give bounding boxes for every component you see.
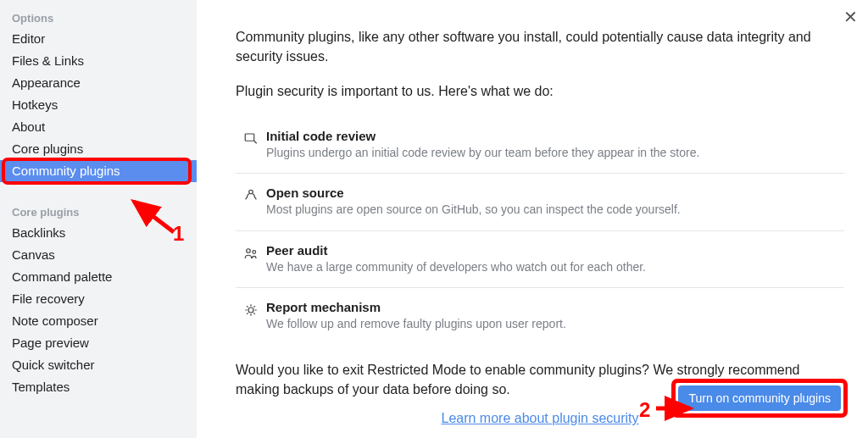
sidebar-item-quick-switcher[interactable]: Quick switcher <box>0 354 197 376</box>
svg-point-2 <box>247 249 251 253</box>
sidebar-item-community-plugins[interactable]: Community plugins <box>0 160 197 182</box>
settings-sidebar: Options Editor Files & Links Appearance … <box>0 0 197 438</box>
sidebar-item-files-links[interactable]: Files & Links <box>0 50 197 72</box>
sidebar-item-label: Backlinks <box>12 225 65 240</box>
sidebar-item-label: Hotkeys <box>12 97 58 112</box>
svg-point-3 <box>253 250 256 253</box>
sidebar-item-appearance[interactable]: Appearance <box>0 72 197 94</box>
turn-on-community-plugins-button[interactable]: Turn on community plugins <box>678 385 841 411</box>
svg-point-4 <box>248 308 253 313</box>
sidebar-item-command-palette[interactable]: Command palette <box>0 266 197 288</box>
close-icon: ✕ <box>843 8 858 26</box>
feature-desc: Most plugins are open source on GitHub, … <box>266 202 844 219</box>
sidebar-item-label: Files & Links <box>12 53 84 68</box>
peer-audit-icon <box>236 243 266 261</box>
svg-point-1 <box>249 190 253 194</box>
sidebar-item-label: Command palette <box>12 269 112 284</box>
sidebar-group-title-core-plugins: Core plugins <box>0 201 197 222</box>
sidebar-item-label: Community plugins <box>12 164 120 178</box>
sidebar-item-label: Note composer <box>12 313 98 328</box>
sidebar-item-note-composer[interactable]: Note composer <box>0 310 197 332</box>
feature-title: Initial code review <box>266 129 844 143</box>
report-icon <box>236 300 266 318</box>
learn-more-link[interactable]: Learn more about plugin security <box>441 411 638 425</box>
sidebar-item-label: Templates <box>12 380 70 394</box>
sidebar-item-templates[interactable]: Templates <box>0 376 197 398</box>
feature-desc: We have a large community of developers … <box>266 259 844 276</box>
sidebar-item-label: File recovery <box>12 291 85 306</box>
sidebar-item-file-recovery[interactable]: File recovery <box>0 288 197 310</box>
sidebar-item-label: Appearance <box>12 75 81 90</box>
feature-row-report: Report mechanism We follow up and remove… <box>236 288 844 345</box>
feature-title: Report mechanism <box>266 300 844 314</box>
settings-content: ✕ Community plugins, like any other soft… <box>197 0 868 438</box>
feature-list: Initial code review Plugins undergo an i… <box>236 117 844 345</box>
sidebar-item-label: Page preview <box>12 335 89 350</box>
svg-rect-0 <box>245 134 254 141</box>
action-row: Turn on community plugins <box>671 379 848 418</box>
sidebar-item-editor[interactable]: Editor <box>0 28 197 50</box>
sidebar-item-label: Canvas <box>12 247 55 262</box>
feature-desc: We follow up and remove faulty plugins u… <box>266 316 844 333</box>
sidebar-item-page-preview[interactable]: Page preview <box>0 332 197 354</box>
sidebar-item-backlinks[interactable]: Backlinks <box>0 222 197 244</box>
sidebar-item-label: Editor <box>12 31 45 46</box>
close-button[interactable]: ✕ <box>843 7 858 27</box>
open-source-icon <box>236 186 266 203</box>
feature-row-peer-audit: Peer audit We have a large community of … <box>236 231 844 289</box>
sidebar-item-canvas[interactable]: Canvas <box>0 244 197 266</box>
security-paragraph: Plugin security is important to us. Here… <box>236 81 844 101</box>
sidebar-item-label: About <box>12 119 45 134</box>
intro-paragraph: Community plugins, like any other softwa… <box>236 27 844 66</box>
feature-title: Open source <box>266 186 844 200</box>
feature-desc: Plugins undergo an initial code review b… <box>266 145 844 162</box>
feature-row-code-review: Initial code review Plugins undergo an i… <box>236 117 844 175</box>
sidebar-item-label: Quick switcher <box>12 358 95 372</box>
feature-row-open-source: Open source Most plugins are open source… <box>236 174 844 231</box>
sidebar-item-hotkeys[interactable]: Hotkeys <box>0 94 197 116</box>
sidebar-group-title-options: Options <box>0 7 197 28</box>
sidebar-item-label: Core plugins <box>12 141 83 156</box>
sidebar-item-about[interactable]: About <box>0 116 197 138</box>
code-review-icon <box>236 129 266 147</box>
sidebar-item-core-plugins[interactable]: Core plugins <box>0 138 197 160</box>
feature-title: Peer audit <box>266 243 844 258</box>
annotation-highlight-box: Turn on community plugins <box>671 379 848 418</box>
